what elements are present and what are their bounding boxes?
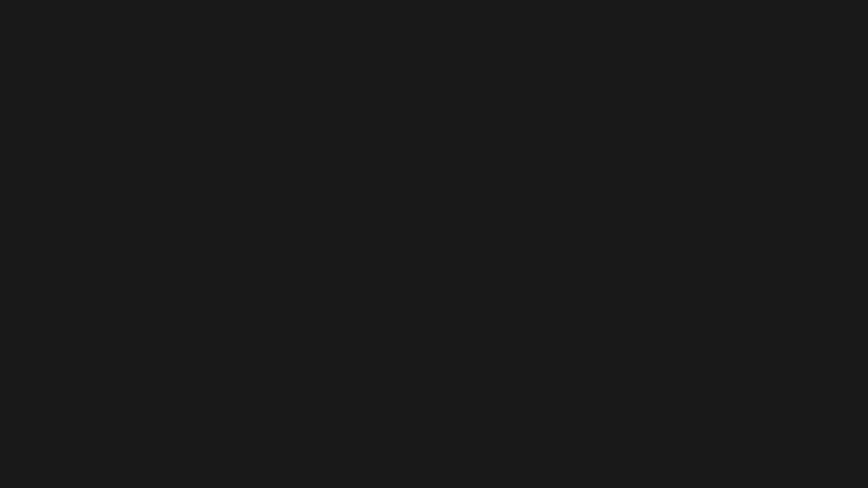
blender-window xyxy=(0,0,868,488)
